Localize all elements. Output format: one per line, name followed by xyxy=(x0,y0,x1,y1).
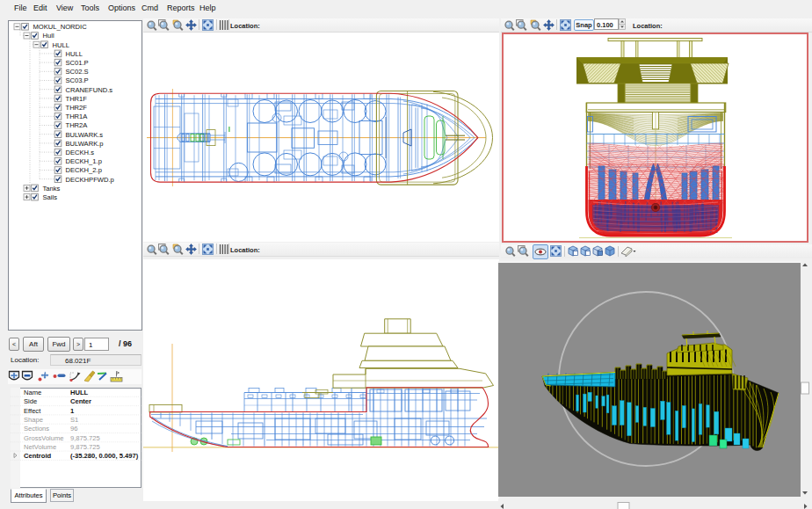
svg-text:9,875.725: 9,875.725 xyxy=(70,434,100,442)
svg-text:BULWARK.p: BULWARK.p xyxy=(66,140,104,148)
svg-text:96: 96 xyxy=(70,425,77,433)
svg-text:HULL: HULL xyxy=(66,50,83,58)
svg-text:Sails: Sails xyxy=(43,193,58,201)
svg-text:THR1A: THR1A xyxy=(66,113,89,120)
svg-text:GrossVolume: GrossVolume xyxy=(24,434,64,442)
svg-text:9,875.725: 9,875.725 xyxy=(70,443,100,451)
svg-text:DECKH_2.p: DECKH_2.p xyxy=(66,166,102,174)
svg-text:Name: Name xyxy=(24,389,41,396)
svg-text:Hull: Hull xyxy=(43,32,54,40)
svg-text:SC02.S: SC02.S xyxy=(66,68,89,76)
svg-text:Sections: Sections xyxy=(24,425,49,433)
svg-text:Centroid: Centroid xyxy=(24,452,52,460)
svg-text:MOKUL_NORDIC: MOKUL_NORDIC xyxy=(33,23,88,31)
svg-text:Side: Side xyxy=(24,397,37,405)
svg-text:THR2A: THR2A xyxy=(66,121,89,129)
svg-text:HULL: HULL xyxy=(53,41,69,49)
svg-text:DECKHPFWD.p: DECKHPFWD.p xyxy=(66,176,114,184)
svg-text:(-35.280, 0.000, 5.497): (-35.280, 0.000, 5.497) xyxy=(70,452,139,460)
svg-text:THR2F: THR2F xyxy=(66,104,88,112)
svg-text:S1: S1 xyxy=(70,416,78,424)
svg-text:Tanks: Tanks xyxy=(43,185,61,193)
svg-text:Effect: Effect xyxy=(24,407,41,415)
svg-text:Shape: Shape xyxy=(24,416,43,424)
svg-text:DECKH.s: DECKH.s xyxy=(66,149,95,156)
svg-text:NetVolume: NetVolume xyxy=(24,443,56,451)
svg-text:THR1F: THR1F xyxy=(66,95,88,103)
svg-text:DECKH_1.p: DECKH_1.p xyxy=(66,157,102,165)
svg-text:CRANEFUND.s: CRANEFUND.s xyxy=(66,86,113,94)
svg-text:BULWARK.s: BULWARK.s xyxy=(66,131,104,139)
svg-text:1: 1 xyxy=(70,407,75,415)
svg-text:HULL: HULL xyxy=(70,389,89,396)
svg-text:SC01.P: SC01.P xyxy=(66,59,89,67)
svg-text:Center: Center xyxy=(70,397,91,405)
svg-text:SC03.P: SC03.P xyxy=(66,76,89,84)
